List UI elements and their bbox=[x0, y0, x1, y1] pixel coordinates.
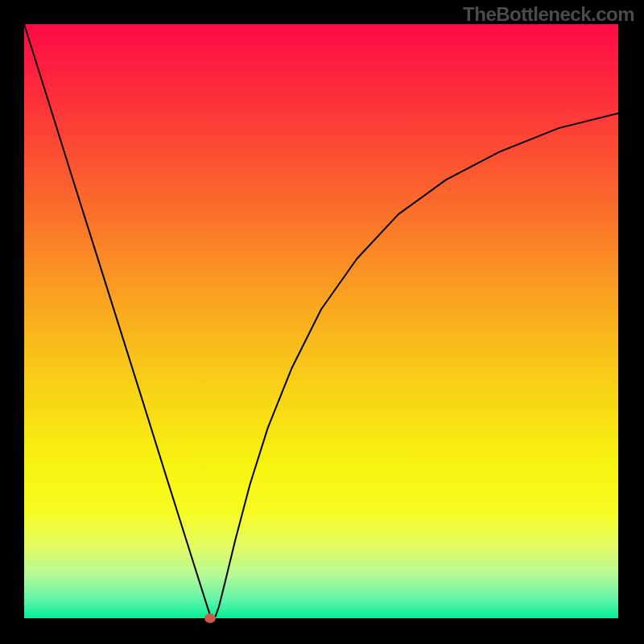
watermark-label: TheBottleneck.com bbox=[463, 3, 634, 26]
chart-background bbox=[24, 24, 618, 618]
bottleneck-chart: TheBottleneck.com bbox=[0, 0, 644, 644]
marker-current-point bbox=[204, 613, 216, 623]
chart-svg bbox=[0, 0, 644, 644]
